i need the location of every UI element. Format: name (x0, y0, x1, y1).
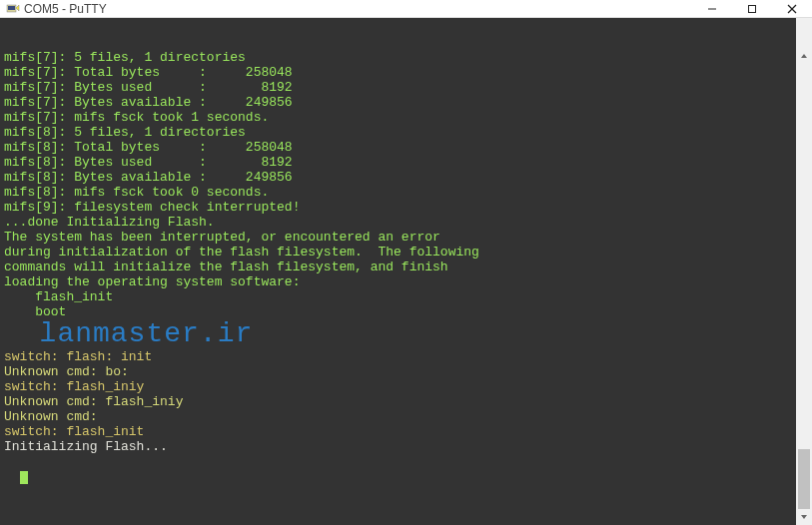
vertical-scrollbar[interactable] (796, 18, 812, 525)
terminal-line: boot (4, 304, 808, 319)
terminal-line: loading the operating system software: (4, 274, 808, 289)
terminal-line: mifs[8]: 5 files, 1 directories (4, 125, 808, 140)
window-controls (692, 0, 812, 17)
terminal-line: mifs[8]: Bytes used : 8192 (4, 155, 808, 170)
terminal-area[interactable]: mifs[7]: 5 files, 1 directoriesmifs[7]: … (0, 18, 812, 525)
minimize-button[interactable] (692, 0, 732, 18)
terminal-line: Initializing Flash... (4, 439, 808, 454)
terminal-line: mifs[8]: Total bytes : 258048 (4, 140, 808, 155)
terminal-line: Unknown cmd: (4, 409, 808, 424)
terminal-line: lanmaster.ir (4, 319, 808, 349)
svg-rect-1 (8, 6, 15, 10)
terminal-line: mifs[7]: Bytes available : 249856 (4, 95, 808, 110)
terminal-line: commands will initialize the flash files… (4, 260, 808, 274)
terminal-line: mifs[7]: mifs fsck took 1 seconds. (4, 110, 808, 125)
terminal-line: switch: flash_iniy (4, 379, 808, 394)
terminal-output: mifs[7]: 5 files, 1 directoriesmifs[7]: … (4, 50, 808, 454)
scroll-up-arrow-icon[interactable] (796, 48, 812, 64)
window-titlebar: COM5 - PuTTY (0, 0, 812, 18)
terminal-line: ...done Initializing Flash. (4, 215, 808, 230)
scroll-down-arrow-icon[interactable] (796, 509, 812, 525)
terminal-line: mifs[8]: mifs fsck took 0 seconds. (4, 185, 808, 200)
terminal-line: mifs[7]: Total bytes : 258048 (4, 65, 808, 80)
terminal-line: during initialization of the flash files… (4, 245, 808, 260)
window-title: COM5 - PuTTY (24, 2, 692, 16)
terminal-line: mifs[9]: filesystem check interrupted! (4, 200, 808, 215)
terminal-line: Unknown cmd: flash_iniy (4, 394, 808, 409)
maximize-button[interactable] (732, 0, 772, 18)
terminal-line: mifs[7]: Bytes used : 8192 (4, 80, 808, 95)
terminal-line: Unknown cmd: bo: (4, 364, 808, 379)
putty-icon (6, 2, 20, 16)
terminal-line: mifs[7]: 5 files, 1 directories (4, 50, 808, 65)
terminal-cursor (20, 471, 28, 484)
terminal-line: The system has been interrupted, or enco… (4, 230, 808, 245)
close-button[interactable] (772, 0, 812, 18)
terminal-line: switch: flash: init (4, 349, 808, 364)
terminal-line: flash_init (4, 289, 808, 304)
terminal-line: switch: flash_init (4, 424, 808, 439)
svg-rect-3 (749, 6, 756, 13)
scrollbar-thumb[interactable] (798, 449, 810, 510)
terminal-line: mifs[8]: Bytes available : 249856 (4, 170, 808, 185)
